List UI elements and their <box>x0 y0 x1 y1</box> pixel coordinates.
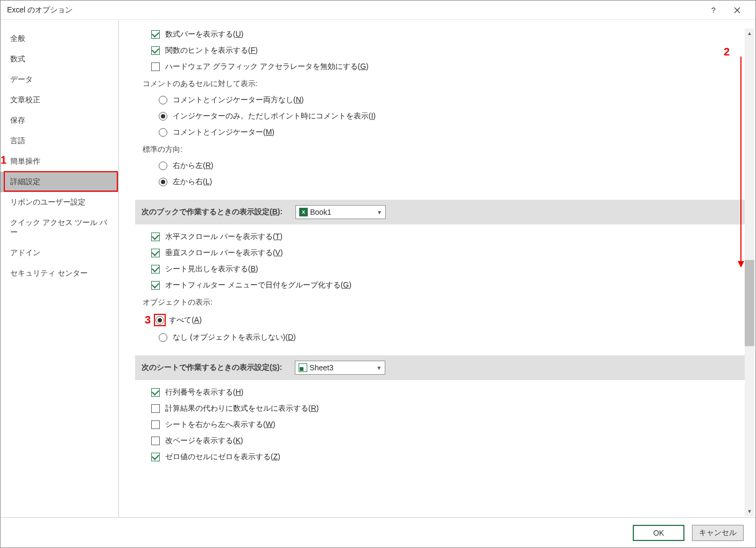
sidebar-item-data[interactable]: データ <box>1 69 118 90</box>
radio-icon <box>159 96 167 104</box>
chevron-down-icon: ▼ <box>377 209 382 215</box>
radio-icon <box>159 161 167 170</box>
titlebar: Excel のオプション ? <box>1 1 755 20</box>
checkbox-icon <box>151 437 160 445</box>
check-hw-accel[interactable]: ハードウェア グラフィック アクセラレータを無効にする(G) <box>135 59 746 75</box>
check-sheet-tabs[interactable]: シート見出しを表示する(B) <box>135 261 746 277</box>
check-hscroll[interactable]: 水平スクロール バーを表示する(T) <box>135 229 746 245</box>
sidebar-item-formulas[interactable]: 数式 <box>1 49 118 69</box>
help-button[interactable]: ? <box>702 1 725 20</box>
checkbox-icon <box>151 62 160 71</box>
sheet-dropdown[interactable]: Sheet3 ▼ <box>295 361 385 375</box>
annotation-number-1: 1 <box>1 154 6 166</box>
sheet-icon <box>299 363 307 372</box>
radio-objects-none[interactable]: なし (オブジェクトを表示しない)(D) <box>135 329 746 346</box>
check-row-col-headers[interactable]: 行列番号を表示する(H) <box>135 384 746 401</box>
check-page-breaks[interactable]: 改ページを表示する(K) <box>135 433 746 449</box>
radio-comment-none[interactable]: コメントとインジケーター両方なし(N) <box>135 92 746 108</box>
checkbox-icon <box>151 46 160 55</box>
radio-icon <box>156 316 164 325</box>
annotation-box-3 <box>154 314 166 326</box>
scroll-down-button[interactable]: ▼ <box>745 507 754 516</box>
checkbox-icon <box>151 265 160 273</box>
chevron-down-icon: ▼ <box>376 365 381 371</box>
ok-button[interactable]: OK <box>633 525 684 541</box>
annotation-number-2: 2 <box>724 46 730 58</box>
sidebar-item-language[interactable]: 言語 <box>1 131 118 151</box>
radio-comment-both[interactable]: コメントとインジケーター(M) <box>135 124 746 140</box>
sidebar-item-ribbon[interactable]: リボンのユーザー設定 <box>1 192 118 213</box>
sidebar-item-proofing[interactable]: 文章校正 <box>1 90 118 110</box>
check-sheet-rtl[interactable]: シートを右から左へ表示する(W) <box>135 417 746 433</box>
sidebar: 全般 数式 データ 文章校正 保存 言語 簡単操作 詳細設定 リボンのユーザー設… <box>1 20 119 517</box>
checkbox-icon <box>151 404 160 413</box>
checkbox-icon <box>151 30 160 39</box>
comment-display-label: コメントのあるセルに対して表示: <box>135 75 746 92</box>
dialog-title: Excel のオプション <box>7 5 702 15</box>
vertical-scrollbar[interactable]: ▲ ▼ <box>745 29 754 516</box>
radio-icon <box>159 178 167 186</box>
radio-ltr[interactable]: 左から右(L) <box>135 174 746 190</box>
radio-indicator-only[interactable]: インジケーターのみ。ただしポイント時にコメントを表示(I) <box>135 108 746 124</box>
check-autofilter-dates[interactable]: オートフィルター メニューで日付をグループ化する(G) <box>135 277 746 293</box>
annotation-number-3: 3 <box>145 314 151 326</box>
radio-icon <box>159 128 167 137</box>
radio-rtl[interactable]: 右から左(R) <box>135 158 746 174</box>
excel-icon: X <box>299 208 308 216</box>
object-display-label: オブジェクトの表示: <box>135 293 746 311</box>
checkbox-icon <box>151 249 160 257</box>
radio-objects-all[interactable]: 3 すべて(A) <box>135 311 746 329</box>
checkbox-icon <box>151 233 160 241</box>
check-show-zeros[interactable]: ゼロ値のセルにゼロを表示する(Z) <box>135 449 746 465</box>
book-dropdown[interactable]: X Book1 ▼ <box>295 205 386 219</box>
direction-label: 標準の方向: <box>135 140 746 158</box>
sidebar-item-addins[interactable]: アドイン <box>1 243 118 263</box>
check-formula-bar[interactable]: 数式バーを表示する(U) <box>135 26 746 43</box>
checkbox-icon <box>151 388 160 397</box>
dialog-footer: OK キャンセル <box>1 517 755 547</box>
annotation-arrow <box>740 57 741 261</box>
check-function-tips[interactable]: 関数のヒントを表示する(F) <box>135 43 746 59</box>
radio-icon <box>159 112 167 121</box>
checkbox-icon <box>151 281 160 290</box>
section-sheet-display: 次のシートで作業するときの表示設定(S): Sheet3 ▼ <box>135 355 746 380</box>
annotation-box-1 <box>4 171 118 192</box>
close-button[interactable] <box>725 1 749 20</box>
radio-icon <box>159 333 167 342</box>
check-show-formulas[interactable]: 計算結果の代わりに数式をセルに表示する(R) <box>135 401 746 417</box>
sidebar-item-general[interactable]: 全般 <box>1 29 118 49</box>
checkbox-icon <box>151 453 160 461</box>
scrollbar-thumb[interactable] <box>745 260 754 346</box>
section-book-display: 次のブックで作業するときの表示設定(B): X Book1 ▼ <box>135 200 746 224</box>
options-content: 数式バーを表示する(U) 関数のヒントを表示する(F) ハードウェア グラフィッ… <box>119 26 755 517</box>
sidebar-item-quickaccess[interactable]: クイック アクセス ツール バー <box>1 213 118 243</box>
scroll-up-button[interactable]: ▲ <box>745 29 754 38</box>
sidebar-item-trustcenter[interactable]: セキュリティ センター <box>1 263 118 284</box>
sidebar-item-save[interactable]: 保存 <box>1 110 118 131</box>
sidebar-item-easeofaccess[interactable]: 簡単操作 <box>1 151 118 172</box>
check-vscroll[interactable]: 垂直スクロール バーを表示する(V) <box>135 245 746 261</box>
checkbox-icon <box>151 420 160 429</box>
excel-options-dialog: Excel のオプション ? 全般 数式 データ 文章校正 保存 言語 簡単操作… <box>0 0 756 548</box>
cancel-button[interactable]: キャンセル <box>692 525 744 541</box>
